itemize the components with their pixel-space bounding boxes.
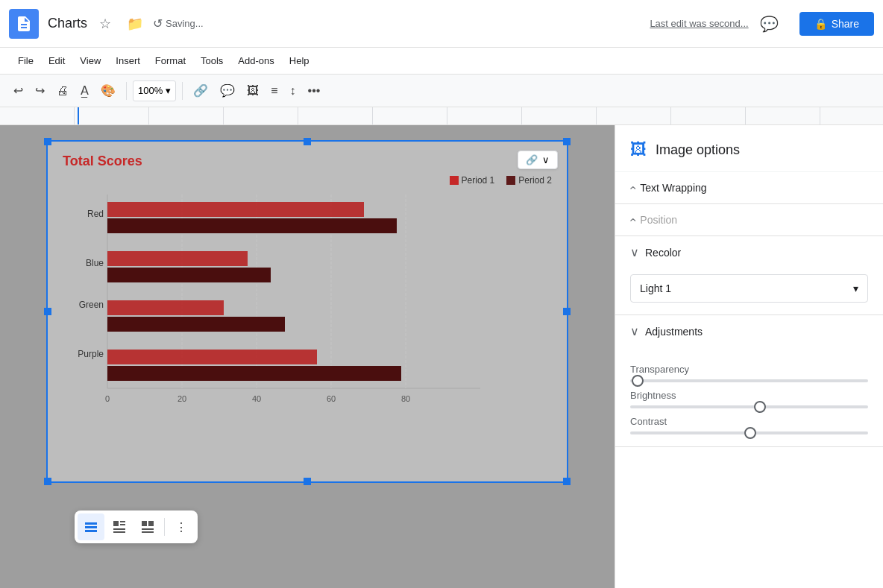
brightness-slider-thumb[interactable]: [754, 401, 766, 413]
saving-indicator: ↺ Saving...: [153, 16, 204, 31]
image-button[interactable]: 🖼: [242, 79, 263, 103]
menu-edit[interactable]: Edit: [43, 52, 71, 69]
star-button[interactable]: ☆: [93, 12, 117, 36]
svg-rect-33: [142, 528, 154, 530]
handle-bl[interactable]: [44, 478, 51, 485]
align-button[interactable]: ≡: [266, 79, 282, 103]
svg-rect-21: [107, 350, 317, 364]
more-options-button[interactable]: ⋮: [168, 513, 195, 540]
handle-tl[interactable]: [44, 138, 51, 145]
adjustments-section: ∨ Adjustments Transparency Brightness Co…: [615, 315, 883, 447]
linespacing-button[interactable]: ↕: [286, 79, 301, 103]
paint-format-button[interactable]: 🎨: [96, 79, 120, 103]
text-wrapping-chevron: ›: [626, 186, 639, 189]
svg-rect-31: [142, 521, 147, 526]
svg-rect-27: [120, 521, 125, 522]
link-button[interactable]: 🔗: [189, 79, 213, 103]
brightness-slider-track[interactable]: [630, 405, 868, 408]
handle-tr[interactable]: [563, 138, 571, 145]
transparency-slider-thumb[interactable]: [632, 375, 644, 387]
inline-wrap-button[interactable]: [78, 513, 104, 540]
recolor-chevron: ∨: [630, 245, 639, 259]
image-options-icon: 🖼: [630, 140, 647, 159]
share-label: Share: [832, 18, 859, 30]
legend-period1-color: [450, 176, 459, 185]
handle-bc[interactable]: [304, 478, 311, 485]
menu-view[interactable]: View: [74, 52, 107, 69]
svg-rect-24: [85, 526, 97, 528]
chain-icon: 🔗: [526, 154, 538, 165]
menu-file[interactable]: File: [12, 52, 40, 69]
menu-tools[interactable]: Tools: [195, 52, 229, 69]
svg-text:Red: Red: [87, 209, 104, 219]
zoom-dropdown-icon: ▾: [166, 85, 171, 96]
menu-format[interactable]: Format: [149, 52, 192, 69]
comments-button[interactable]: 💬: [755, 9, 785, 39]
svg-text:20: 20: [177, 394, 186, 403]
menu-insert[interactable]: Insert: [110, 52, 146, 69]
transparency-slider-track[interactable]: [630, 379, 868, 382]
recolor-title: Recolor: [645, 247, 868, 259]
floating-toolbar: ⋮: [75, 510, 198, 543]
print-button[interactable]: 🖨: [52, 79, 73, 103]
position-header[interactable]: › Position: [615, 204, 883, 235]
text-wrapping-header[interactable]: › Text Wrapping: [615, 172, 883, 203]
svg-rect-16: [107, 268, 271, 282]
svg-rect-18: [107, 300, 224, 315]
contrast-slider-track[interactable]: [630, 431, 868, 434]
menu-addons[interactable]: Add-ons: [232, 52, 280, 69]
toolbar-divider-2: [182, 82, 183, 100]
last-edit-text[interactable]: Last edit was second...: [650, 18, 748, 29]
text-wrapping-section: › Text Wrapping: [615, 172, 883, 204]
panel-header: 🖼 Image options: [615, 125, 883, 172]
legend-period1: Period 1: [450, 175, 495, 186]
spellcheck-button[interactable]: A̲: [76, 79, 93, 103]
recolor-value: Light 1: [640, 282, 671, 294]
share-button[interactable]: 🔒 Share: [799, 12, 874, 36]
legend-period2-label: Period 2: [518, 175, 552, 186]
svg-rect-23: [85, 522, 97, 525]
svg-text:Blue: Blue: [86, 258, 104, 268]
svg-rect-32: [148, 521, 154, 526]
chart-link-button[interactable]: 🔗 ∨: [518, 151, 558, 169]
comment-button[interactable]: 💬: [216, 79, 239, 103]
panel-title: Image options: [656, 142, 740, 158]
docs-icon: [15, 15, 33, 33]
chart-inner: Total Scores Period 1 Period 2: [48, 142, 567, 481]
svg-rect-19: [107, 317, 285, 332]
ruler: [0, 107, 883, 125]
contrast-slider-thumb[interactable]: [744, 427, 756, 439]
menu-help[interactable]: Help: [283, 52, 315, 69]
float-toolbar-divider: [164, 518, 165, 536]
handle-tc[interactable]: [304, 138, 311, 145]
recolor-header[interactable]: ∨ Recolor: [615, 236, 883, 268]
svg-rect-28: [120, 524, 125, 525]
wrap-text-button[interactable]: [106, 513, 133, 540]
redo-button[interactable]: ↪: [31, 79, 49, 103]
position-title: Position: [640, 214, 868, 226]
svg-text:40: 40: [252, 394, 261, 403]
svg-text:60: 60: [327, 394, 336, 403]
break-text-button[interactable]: [134, 513, 161, 540]
svg-rect-22: [107, 366, 401, 381]
recolor-dropdown-chevron: ▾: [853, 282, 858, 294]
saving-text: Saving...: [166, 18, 204, 29]
doc-title: Charts: [48, 16, 87, 31]
adjustments-header[interactable]: ∨ Adjustments: [615, 315, 883, 347]
toolbar-divider-1: [126, 82, 127, 100]
svg-rect-34: [142, 531, 154, 533]
adjustments-content: Transparency Brightness Contrast: [615, 347, 883, 446]
recolor-dropdown[interactable]: Light 1 ▾: [630, 274, 868, 303]
right-panel: 🖼 Image options › Text Wrapping › Positi…: [615, 125, 883, 588]
undo-button[interactable]: ↩: [9, 79, 28, 103]
chart-image[interactable]: 🔗 ∨ Total Scores Period 1 Period 2: [46, 140, 568, 483]
handle-mr[interactable]: [563, 308, 571, 315]
brightness-label: Brightness: [630, 390, 868, 401]
position-chevron: ›: [626, 218, 639, 221]
move-to-folder-button[interactable]: 📁: [123, 12, 147, 36]
more-button[interactable]: •••: [304, 79, 325, 103]
zoom-selector[interactable]: 100% ▾: [133, 80, 176, 101]
handle-ml[interactable]: [44, 308, 51, 315]
break-icon: [140, 519, 155, 534]
handle-br[interactable]: [563, 478, 571, 485]
